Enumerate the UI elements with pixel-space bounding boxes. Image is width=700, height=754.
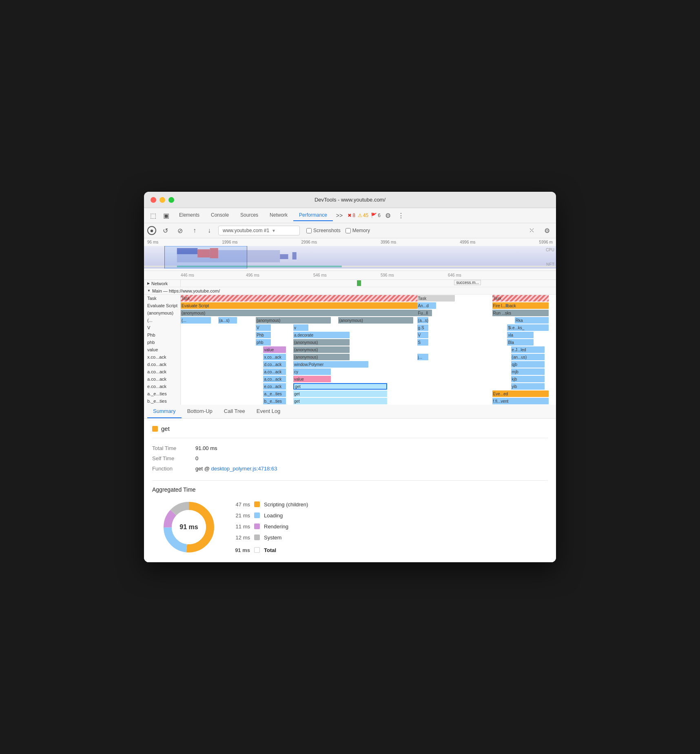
screenshots-checkbox-label[interactable]: Screenshots: [306, 228, 341, 233]
v-bar-4[interactable]: $i.e...ks_: [507, 324, 548, 331]
tab-network[interactable]: Network: [264, 210, 293, 221]
record-button[interactable]: ⏺: [147, 226, 156, 235]
evaluate-bar-1[interactable]: Evaluate Script: [181, 302, 417, 309]
phb-bar-1[interactable]: Phb: [256, 332, 271, 338]
task-bar-3[interactable]: Task: [492, 295, 549, 302]
aco2-bar-3[interactable]: kjb: [511, 376, 545, 382]
timeline-header[interactable]: 96 ms 1996 ms 2996 ms 3996 ms 4996 ms 59…: [144, 238, 556, 271]
v-bar-3[interactable]: g.S: [417, 324, 429, 331]
phb2-bar-1[interactable]: phb: [256, 339, 271, 346]
maximize-button[interactable]: [168, 197, 174, 203]
value-bar-1[interactable]: value: [263, 346, 286, 353]
phb-bar-3[interactable]: V: [417, 332, 429, 338]
aco-bar-3[interactable]: mjb: [511, 368, 545, 375]
phb-bar-area[interactable]: Phb a.decorate V xla: [181, 331, 556, 339]
eco-bar-1[interactable]: e.co...ack: [263, 383, 286, 390]
aco2-bar-area[interactable]: a.co...ack value kjb: [181, 375, 556, 383]
eco-bar-get-selected[interactable]: get: [293, 383, 387, 390]
value-bar-3[interactable]: e.J...led: [511, 346, 545, 353]
eco-bar-3[interactable]: yib: [511, 383, 545, 390]
phb-bar-2[interactable]: a.decorate: [293, 332, 350, 338]
xco-bar-3[interactable]: j...: [417, 354, 429, 360]
download-button[interactable]: ↓: [204, 225, 215, 236]
phb2-bar-3[interactable]: S: [417, 339, 429, 346]
tab-bottom-up[interactable]: Bottom-Up: [182, 405, 218, 418]
timeline-canvas[interactable]: CPU NET: [144, 246, 556, 268]
aco2-bar-1[interactable]: a.co...ack: [263, 376, 286, 382]
evaluate-bar-3[interactable]: Fire l...llback: [492, 302, 549, 309]
aco-bar-1[interactable]: a.co...ack: [263, 368, 286, 375]
reload-button[interactable]: ↺: [159, 225, 171, 236]
subcalls-bar-2[interactable]: (a...s): [218, 317, 237, 324]
aco2-bar-2[interactable]: value: [293, 376, 331, 382]
task-bar-2[interactable]: Task: [417, 295, 455, 302]
minimize-button[interactable]: [159, 197, 165, 203]
evaluate-bar-2[interactable]: An...d: [417, 302, 436, 309]
ae-bar-get[interactable]: get: [293, 390, 387, 397]
value-bar-area[interactable]: value (anonymous) e.J...led: [181, 346, 556, 353]
flame-chart[interactable]: Task Task Task Task Evaluate Script Eval…: [144, 295, 556, 405]
subcalls-bar-4[interactable]: (anonymous): [338, 317, 413, 324]
xco-bar-2[interactable]: (anonymous): [293, 354, 350, 360]
xco-bar-1[interactable]: x.co...ack: [263, 354, 286, 360]
be-bar-3[interactable]: f.fi...vent: [492, 398, 549, 404]
screenshots-checkbox[interactable]: [306, 228, 312, 233]
anonymous-bar-3[interactable]: Run ...sks: [492, 310, 549, 316]
ae-bar-area[interactable]: a._e...ties get Eve...ed: [181, 390, 556, 397]
task-bar-1[interactable]: Task: [181, 295, 417, 302]
expand-network-icon[interactable]: ▶: [147, 282, 150, 285]
collapse-main-icon[interactable]: ▼: [147, 289, 151, 293]
tab-console[interactable]: Console: [205, 210, 235, 221]
close-button[interactable]: [151, 197, 156, 203]
v-bar-area[interactable]: V v g.S $i.e...ks_: [181, 324, 556, 331]
anonymous-bar-area[interactable]: (anonymous) Fu...ll Run ...sks: [181, 309, 556, 317]
dco-bar-3[interactable]: qjb: [511, 361, 545, 368]
device-icon[interactable]: ▣: [160, 210, 172, 221]
subcalls-bar-6[interactable]: Rka: [515, 317, 549, 324]
tab-elements[interactable]: Elements: [173, 210, 205, 221]
tab-performance[interactable]: Performance: [293, 210, 333, 221]
subcalls-bar-area[interactable]: (... (a...s) (anonymous) (anonymous) (a.…: [181, 317, 556, 324]
ae-bar-1[interactable]: a._e...ties: [263, 390, 286, 397]
evaluate-bar-area[interactable]: Evaluate Script An...d Fire l...llback: [181, 302, 556, 309]
dco-bar-2[interactable]: window.Polymer: [293, 361, 368, 368]
ae-bar-3[interactable]: Eve...ed: [492, 390, 549, 397]
dco-bar-1[interactable]: d.co...ack: [263, 361, 286, 368]
dco-bar-area[interactable]: d.co...ack window.Polymer qjb: [181, 361, 556, 368]
memory-checkbox-label[interactable]: Memory: [346, 228, 370, 233]
be-bar-get[interactable]: get: [293, 398, 387, 404]
phb2-bar-2[interactable]: (anonymous): [293, 339, 350, 346]
clear-button[interactable]: ⊘: [174, 225, 186, 236]
tab-summary[interactable]: Summary: [147, 405, 182, 418]
performance-settings-icon[interactable]: ⛌: [527, 225, 538, 236]
url-dropdown-icon[interactable]: ▼: [272, 228, 276, 233]
task-bar-area[interactable]: Task Task Task: [181, 295, 556, 302]
function-link[interactable]: desktop_polymer.js:4718:63: [211, 466, 277, 472]
aco-bar-2[interactable]: cy: [293, 368, 331, 375]
v-bar-2[interactable]: v: [293, 324, 308, 331]
anonymous-bar-2[interactable]: Fu...ll: [417, 310, 432, 316]
phb2-bar-area[interactable]: phb (anonymous) S Bla: [181, 339, 556, 346]
settings-icon[interactable]: ⚙: [382, 210, 394, 221]
v-bar-1[interactable]: V: [256, 324, 271, 331]
subcalls-bar-3[interactable]: (anonymous): [256, 317, 331, 324]
subcalls-bar-1[interactable]: (...: [181, 317, 211, 324]
phb2-bar-4[interactable]: Bla: [507, 339, 533, 346]
tab-sources[interactable]: Sources: [235, 210, 264, 221]
anonymous-bar-1[interactable]: (anonymous): [181, 310, 417, 316]
upload-button[interactable]: ↑: [189, 225, 200, 236]
aco-bar-area[interactable]: a.co...ack cy mjb: [181, 368, 556, 375]
tab-event-log[interactable]: Event Log: [251, 405, 286, 418]
be-bar-area[interactable]: b._e...ties get f.fi...vent: [181, 397, 556, 405]
be-bar-1[interactable]: b._e...ties: [263, 398, 286, 404]
value-bar-2[interactable]: (anonymous): [293, 346, 350, 353]
tab-call-tree[interactable]: Call Tree: [218, 405, 251, 418]
xco-bar-area[interactable]: x.co...ack (anonymous) j... (an...us): [181, 353, 556, 361]
gear-icon[interactable]: ⚙: [541, 225, 553, 236]
inspect-icon[interactable]: ⬚: [147, 210, 159, 221]
phb-bar-4[interactable]: xla: [507, 332, 533, 338]
more-tabs-button[interactable]: >>: [333, 211, 346, 220]
xco-bar-4[interactable]: (an...us): [511, 354, 545, 360]
subcalls-bar-5[interactable]: (a...s): [417, 317, 429, 324]
eco-bar-area[interactable]: e.co...ack get yib: [181, 383, 556, 390]
